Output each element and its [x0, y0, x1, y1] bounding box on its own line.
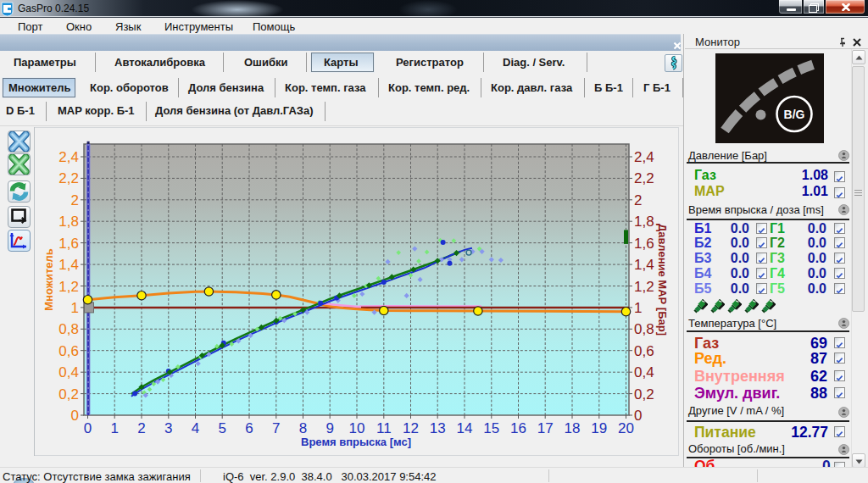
svg-text:0,2: 0,2: [58, 386, 79, 402]
svg-text:15: 15: [483, 420, 499, 436]
svg-text:Давление МАР [Бар]: Давление МАР [Бар]: [656, 224, 669, 336]
svg-text:19: 19: [591, 420, 607, 436]
svg-text:0,8: 0,8: [634, 321, 654, 337]
svg-text:1,8: 1,8: [58, 214, 79, 230]
svg-text:17: 17: [537, 420, 554, 436]
svg-text:0,2: 0,2: [634, 386, 654, 402]
svg-text:1,2: 1,2: [634, 279, 654, 295]
svg-text:1,6: 1,6: [58, 236, 79, 252]
svg-text:2,4: 2,4: [634, 149, 654, 165]
svg-text:0,6: 0,6: [58, 343, 79, 359]
svg-text:1: 1: [110, 420, 118, 436]
svg-text:20: 20: [618, 420, 634, 436]
svg-text:11: 11: [376, 420, 392, 436]
svg-text:0,8: 0,8: [58, 321, 79, 337]
svg-text:2,2: 2,2: [58, 170, 79, 186]
svg-text:2: 2: [137, 420, 145, 436]
svg-text:B/G: B/G: [784, 108, 805, 121]
svg-text:0,4: 0,4: [58, 364, 79, 380]
svg-text:16: 16: [510, 420, 526, 436]
svg-text:0,4: 0,4: [634, 364, 654, 380]
svg-text:1,2: 1,2: [58, 279, 79, 295]
svg-text:Множитель: Множитель: [42, 248, 55, 311]
svg-text:1: 1: [634, 300, 642, 316]
svg-text:2,2: 2,2: [634, 170, 654, 186]
svg-text:7: 7: [272, 420, 280, 436]
svg-text:1,4: 1,4: [58, 257, 79, 273]
svg-text:8: 8: [299, 420, 307, 436]
svg-text:5: 5: [218, 420, 225, 436]
svg-text:3: 3: [164, 420, 172, 436]
svg-text:2: 2: [71, 192, 79, 208]
svg-text:1,4: 1,4: [634, 257, 654, 273]
svg-text:0,6: 0,6: [634, 343, 654, 359]
svg-text:10: 10: [349, 420, 365, 436]
svg-text:1: 1: [71, 300, 79, 316]
svg-text:14: 14: [457, 420, 473, 436]
svg-text:0: 0: [634, 408, 642, 424]
svg-text:0: 0: [71, 408, 79, 424]
svg-text:13: 13: [430, 420, 446, 436]
svg-text:2,4: 2,4: [58, 149, 79, 165]
svg-text:0: 0: [84, 420, 92, 436]
svg-text:18: 18: [565, 420, 581, 436]
svg-text:2: 2: [634, 192, 642, 208]
svg-text:4: 4: [192, 420, 199, 436]
svg-text:1,6: 1,6: [634, 236, 654, 252]
svg-text:1,8: 1,8: [634, 214, 654, 230]
svg-text:Время впрыска [мс]: Время впрыска [мс]: [301, 436, 411, 448]
svg-text:12: 12: [403, 420, 419, 436]
svg-text:9: 9: [326, 420, 333, 436]
svg-text:6: 6: [245, 420, 253, 436]
